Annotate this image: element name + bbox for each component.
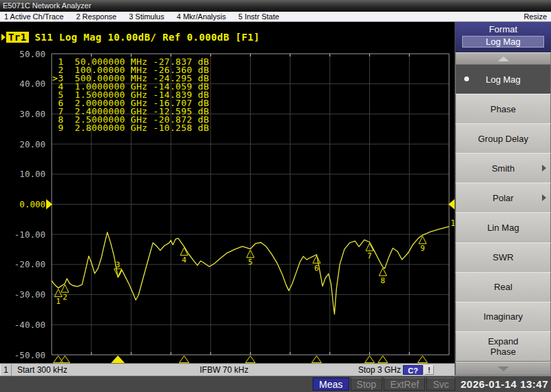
- softkey-log-mag[interactable]: Log Mag: [455, 64, 551, 94]
- status-meas: Meas: [313, 378, 349, 391]
- svg-text:10.00: 10.00: [19, 169, 45, 179]
- marker-3-stimulus-icon: [111, 355, 125, 363]
- marker-table-row: 9 2.8000000 GHz -10.258 dB: [52, 124, 209, 132]
- trace-1: 1: [52, 218, 455, 314]
- menu-item-5[interactable]: 5 Instr State: [238, 12, 279, 21]
- marker-7-label: 7: [367, 251, 372, 260]
- marker-6-label: 6: [314, 264, 319, 273]
- y-axis-labels: 50.0040.0030.0020.0010.000.000-10.00-20.…: [14, 49, 45, 360]
- softkey-lin-mag[interactable]: Lin Mag: [455, 212, 551, 243]
- svg-text:-10.00: -10.00: [14, 229, 45, 240]
- marker-9-stimulus-icon: [418, 356, 428, 363]
- softkey-label: Imaginary: [484, 311, 523, 322]
- svg-text:-20.00: -20.00: [14, 259, 45, 269]
- menu-item-3[interactable]: 3 Stimulus: [129, 12, 164, 21]
- softkey-label: ExpandPhase: [488, 336, 518, 357]
- stimulus-bar: 1 Start 300 kHz IFBW 70 kHz Stop 3 GHz C…: [0, 363, 455, 375]
- softkey-smith[interactable]: Smith: [455, 153, 551, 183]
- marker-8-stimulus-icon: [378, 356, 388, 363]
- softkey-group-delay[interactable]: Group Delay: [455, 123, 551, 154]
- stop-frequency-label[interactable]: Stop 3 GHz: [358, 365, 401, 375]
- marker-8-label: 8: [381, 276, 386, 285]
- svg-text:50.00: 50.00: [19, 49, 45, 59]
- menu-item-4[interactable]: 4 Mkr/Analysis: [176, 12, 226, 21]
- window-titlebar[interactable]: E5071C Network Analyzer: [0, 0, 551, 12]
- marker-8-icon: [379, 268, 386, 276]
- marker-4-label: 4: [182, 256, 187, 265]
- window-title: E5071C Network Analyzer: [3, 1, 91, 10]
- softkey-sidebar: Format Log Mag Log MagPhaseGroup DelaySm…: [455, 22, 551, 375]
- softkey-real[interactable]: Real: [455, 272, 551, 302]
- trace-markers[interactable]: 123456789: [54, 236, 428, 363]
- marker-9-label: 9: [420, 244, 425, 253]
- measurement-display: 50.0040.0030.0020.0010.000.000-10.00-20.…: [0, 22, 455, 375]
- trace-header-text: S11 Log Mag 10.00dB/ Ref 0.000dB [F1]: [35, 32, 260, 43]
- marker-1-label: 1: [56, 297, 61, 306]
- softkey-list: Log MagPhaseGroup DelaySmithPolarLin Mag…: [455, 65, 551, 362]
- ifbw-label[interactable]: IFBW 70 kHz: [200, 365, 249, 375]
- alert-badge[interactable]: !: [424, 365, 434, 375]
- marker-table: 1 50.000000 MHz -27.837 dB 2 100.00000 M…: [52, 58, 209, 132]
- softkey-label: SWR: [492, 252, 513, 262]
- softkey-imaginary[interactable]: Imaginary: [455, 302, 551, 332]
- softkey-label: Polar: [492, 193, 513, 203]
- softkey-label: Real: [494, 282, 512, 292]
- marker-1-icon: [54, 289, 62, 297]
- menu-items: 1 Active Ch/Trace2 Response3 Stimulus4 M…: [4, 12, 291, 21]
- svg-text:-40.00: -40.00: [14, 320, 45, 330]
- resize-button[interactable]: Resize: [523, 12, 547, 21]
- marker-2-label: 2: [63, 293, 67, 302]
- status-bar: Meas Stop ExtRef Svc 2026-01-14 13:47: [0, 375, 551, 392]
- svg-text:40.00: 40.00: [19, 79, 45, 89]
- svg-text:20.00: 20.00: [19, 139, 45, 149]
- correction-status-badge[interactable]: C?: [403, 365, 423, 375]
- scroll-down-icon: [498, 367, 509, 371]
- softkey-scroll-down[interactable]: [455, 362, 551, 375]
- marker-5-stimulus-icon: [246, 356, 256, 363]
- marker-7-stimulus-icon: [365, 356, 375, 363]
- softkey-expand-phase[interactable]: ExpandPhase: [455, 331, 551, 362]
- svg-text:-30.00: -30.00: [14, 289, 45, 300]
- selected-bullet-icon: [464, 76, 469, 81]
- menu-bar: 1 Active Ch/Trace2 Response3 Stimulus4 M…: [0, 12, 551, 22]
- softkey-polar[interactable]: Polar: [455, 183, 551, 213]
- marker-1-stimulus-icon: [54, 356, 63, 363]
- vna-screen: E5071C Network Analyzer 1 Active Ch/Trac…: [0, 0, 551, 392]
- svg-text:0.000: 0.000: [19, 199, 45, 209]
- softkey-phase[interactable]: Phase: [455, 94, 551, 124]
- submenu-arrow-icon: [542, 165, 546, 172]
- status-extref: ExtRef: [384, 378, 425, 391]
- active-trace-arrow-icon: [1, 34, 6, 41]
- menu-item-1[interactable]: 1 Active Ch/Trace: [4, 12, 63, 21]
- scroll-up-icon: [498, 56, 509, 61]
- softkey-menu-title: Format: [455, 22, 551, 34]
- channel-number: 1: [0, 364, 12, 375]
- softkey-current-selection: Log Mag: [462, 36, 544, 48]
- marker-3-label: 3: [116, 260, 121, 269]
- submenu-arrow-icon: [542, 194, 546, 201]
- softkey-label: Smith: [492, 163, 514, 174]
- softkey-scroll-up[interactable]: [455, 52, 551, 65]
- trace-header[interactable]: Tr1 S11 Log Mag 10.00dB/ Ref 0.000dB [F1…: [1, 31, 260, 43]
- marker-2-stimulus-icon: [60, 356, 70, 363]
- softkey-swr[interactable]: SWR: [455, 243, 551, 273]
- marker-5-label: 5: [248, 258, 253, 267]
- marker-6-stimulus-icon: [312, 356, 322, 363]
- status-datetime: 2026-01-14 13:47: [461, 378, 548, 390]
- softkey-menu-header: Format Log Mag: [455, 22, 551, 52]
- softkey-label: Log Mag: [486, 74, 521, 85]
- status-stop: Stop: [351, 378, 383, 391]
- svg-text:30.00: 30.00: [19, 109, 45, 119]
- svg-text:-50.00: -50.00: [14, 350, 45, 360]
- softkey-label: Phase: [490, 104, 516, 114]
- marker-4-stimulus-icon: [179, 356, 189, 363]
- status-svc: Svc: [426, 378, 455, 391]
- trace-name-badge: Tr1: [6, 32, 29, 43]
- softkey-label: Lin Mag: [487, 223, 519, 233]
- start-frequency-label[interactable]: Start 300 kHz: [17, 365, 67, 375]
- softkey-label: Group Delay: [478, 134, 528, 144]
- menu-item-2[interactable]: 2 Response: [76, 12, 116, 21]
